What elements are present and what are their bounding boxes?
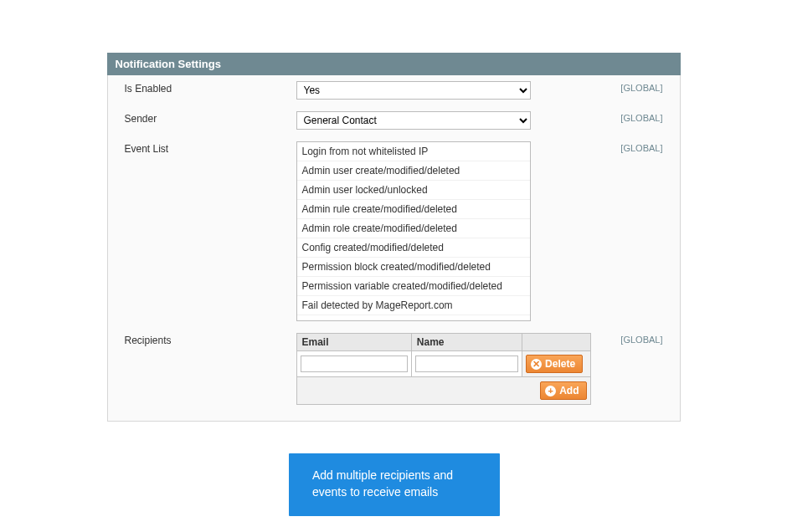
add-icon: + xyxy=(545,386,556,396)
event-option[interactable]: Malware signature detected xyxy=(297,315,530,321)
multiselect-event-list[interactable]: Login from not whitelisted IP Admin user… xyxy=(296,141,531,321)
recipient-row: ✕ Delete xyxy=(296,351,590,377)
row-is-enabled: Is Enabled Yes [GLOBAL] xyxy=(108,75,680,105)
row-sender: Sender General Contact [GLOBAL] xyxy=(108,105,680,136)
callout-tip: Add multiple recipients and events to re… xyxy=(289,453,500,516)
add-label: Add xyxy=(559,385,579,396)
event-option[interactable]: Admin user locked/unlocked xyxy=(297,181,530,200)
event-option[interactable]: Admin role create/modified/deleted xyxy=(297,219,530,238)
col-name: Name xyxy=(411,334,522,351)
event-option[interactable]: Admin rule create/modified/deleted xyxy=(297,200,530,219)
notification-settings-panel: Notification Settings Is Enabled Yes [GL… xyxy=(107,53,681,422)
row-recipients: Recipients Email Name xyxy=(108,327,680,411)
panel-title: Notification Settings xyxy=(107,53,681,75)
select-is-enabled[interactable]: Yes xyxy=(296,81,531,100)
scope-recipients: [GLOBAL] xyxy=(620,333,662,345)
recipient-name-input[interactable] xyxy=(415,356,518,372)
recipient-email-input[interactable] xyxy=(301,356,408,372)
col-actions xyxy=(522,334,590,351)
label-event-list: Event List xyxy=(125,141,296,155)
label-is-enabled: Is Enabled xyxy=(125,81,296,95)
scope-sender: [GLOBAL] xyxy=(620,111,662,123)
event-option[interactable]: Permission variable created/modified/del… xyxy=(297,277,530,296)
add-button[interactable]: + Add xyxy=(540,381,586,400)
panel-body: Is Enabled Yes [GLOBAL] Sender General C… xyxy=(107,75,681,422)
delete-icon: ✕ xyxy=(531,359,542,370)
event-option[interactable]: Login from not whitelisted IP xyxy=(297,142,530,161)
label-sender: Sender xyxy=(125,111,296,125)
event-option[interactable]: Permission block created/modified/delete… xyxy=(297,258,530,277)
scope-is-enabled: [GLOBAL] xyxy=(620,81,662,93)
event-option[interactable]: Config created/modified/deleted xyxy=(297,238,530,258)
row-event-list: Event List Login from not whitelisted IP… xyxy=(108,136,680,327)
select-sender[interactable]: General Contact xyxy=(296,111,531,130)
add-row: + Add xyxy=(296,377,590,405)
delete-label: Delete xyxy=(545,358,575,370)
recipients-table: Email Name ✕ Delete xyxy=(296,333,591,405)
event-option[interactable]: Admin user create/modified/deleted xyxy=(297,161,530,181)
event-option[interactable]: Fail detected by MageReport.com xyxy=(297,296,530,315)
delete-button[interactable]: ✕ Delete xyxy=(526,355,583,373)
scope-event-list: [GLOBAL] xyxy=(620,141,662,153)
col-email: Email xyxy=(296,334,411,351)
label-recipients: Recipients xyxy=(125,333,296,346)
